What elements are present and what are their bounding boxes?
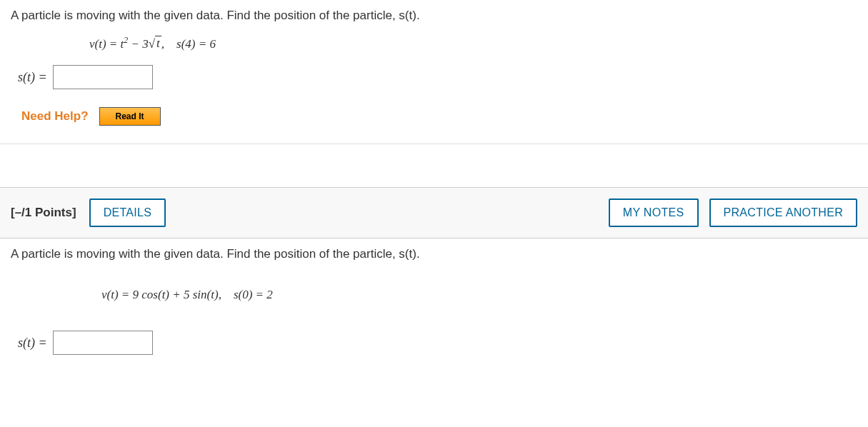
- practice-another-button[interactable]: PRACTICE ANOTHER: [709, 199, 858, 227]
- help-row: Need Help? Read It: [21, 107, 857, 126]
- equation-line: v(t) = t2 − 3√t, s(4) = 6: [89, 35, 857, 51]
- points-label: [–/1 Points]: [11, 206, 76, 220]
- answer-label: s(t) =: [18, 70, 47, 85]
- need-help-label: Need Help?: [21, 109, 89, 124]
- question-header: [–/1 Points] DETAILS MY NOTES PRACTICE A…: [0, 187, 868, 238]
- equation-line: v(t) = 9 cos(t) + 5 sin(t), s(0) = 2: [89, 273, 857, 316]
- read-it-button[interactable]: Read It: [99, 107, 161, 126]
- my-notes-button[interactable]: MY NOTES: [609, 199, 699, 227]
- answer-input[interactable]: [53, 331, 153, 355]
- question-1: A particle is moving with the given data…: [0, 0, 868, 144]
- answer-input[interactable]: [53, 65, 153, 89]
- header-right: MY NOTES PRACTICE ANOTHER: [609, 199, 857, 227]
- answer-row: s(t) =: [18, 331, 857, 355]
- answer-row: s(t) =: [18, 65, 857, 89]
- question-prompt: A particle is moving with the given data…: [11, 7, 857, 24]
- details-button[interactable]: DETAILS: [89, 199, 166, 227]
- question-prompt: A particle is moving with the given data…: [11, 246, 857, 263]
- question-2: A particle is moving with the given data…: [0, 238, 868, 380]
- answer-label: s(t) =: [18, 336, 47, 351]
- header-left: [–/1 Points] DETAILS: [11, 199, 166, 227]
